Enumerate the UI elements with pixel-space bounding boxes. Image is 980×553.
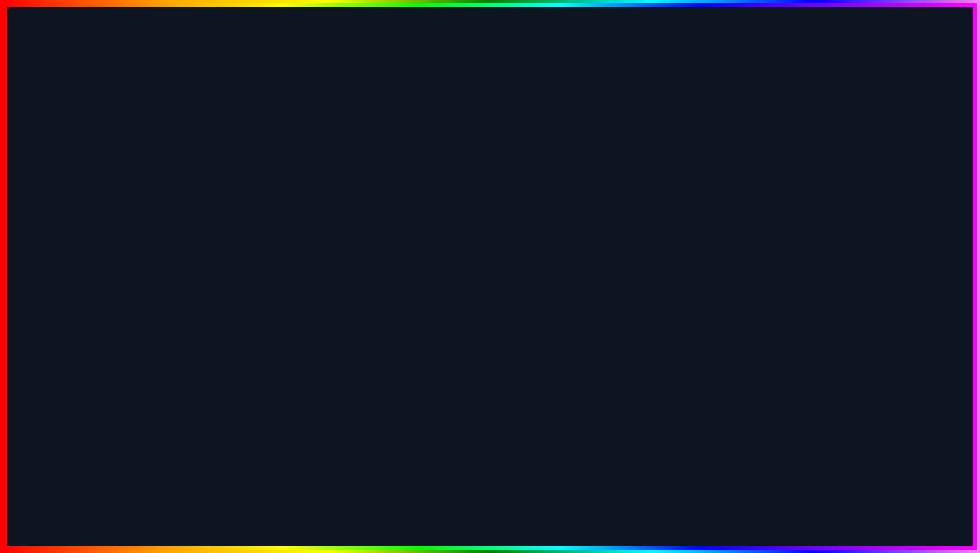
sidebar-label-teleport: Teleport (61, 197, 85, 205)
double-quest-row: Double Quest (103, 234, 324, 257)
right-sidebar-label-status: Status Server (657, 197, 697, 205)
type-mastery-row[interactable]: Type Mastery Farm Devil Fruit ∧ (706, 169, 910, 190)
player-aura-checkbox[interactable] (892, 289, 902, 299)
sidebar-label-upgrade: Upgrade Weapon (59, 215, 96, 230)
sidebar-label-raid: Raid (61, 303, 75, 310)
status-icon: ▦ (644, 197, 653, 205)
health-skill-label: % Health to send skill (714, 195, 902, 203)
sidebar-label-setting: Setting (61, 321, 82, 329)
item2-count: x1 (201, 273, 207, 280)
item2-name: Leviathan Heart (205, 313, 258, 321)
title-section: BLOX FRUITS (3, 13, 977, 79)
heart-icon: 💙 (217, 282, 247, 310)
item1-material-label: Material (114, 265, 137, 272)
weapon-type-label: Select Your Weapon Type (111, 196, 193, 204)
right-sidebar-main-farm[interactable]: 🏠 Main Farm (638, 210, 706, 228)
farm-selected-label: Farm Selected (111, 218, 157, 226)
username: Sky (67, 342, 78, 350)
sidebar-item-raid[interactable]: ⚔ Raid (42, 297, 103, 316)
double-quest-checkbox[interactable] (306, 240, 316, 250)
farm-selected-checkbox[interactable] (306, 217, 316, 227)
sidebar-item-upgrade-weapon[interactable]: ⬆ Upgrade Weapon (42, 210, 103, 235)
sidebar-item-teleport[interactable]: ⚡ Teleport (42, 192, 103, 210)
spam-skill-row[interactable]: Spam Skill Option Z ∧ (706, 248, 910, 268)
spam-skill-chevron: ∧ (897, 254, 902, 261)
farm-selected-row: Farm Selected (103, 211, 324, 234)
right-window-title: Hirimi Hub X (644, 156, 690, 164)
update-word: UPDATE (186, 494, 343, 534)
health-skill-input[interactable] (714, 206, 902, 219)
sidebar-item-shop[interactable]: 🛒 Shop (42, 261, 103, 279)
sidebar-item-webhook[interactable]: 🔗 Webhook (42, 279, 103, 297)
right-minimize-button[interactable]: — (877, 155, 889, 165)
type-mastery-value: Devil Fruit ∧ (864, 176, 902, 184)
player-aura-row: Player Aura (706, 283, 910, 305)
sidebar-item-setting[interactable]: ⚙ Setting (42, 316, 103, 334)
weapon-type-value: Melee ∧ (291, 197, 316, 204)
mastery-farm-row: Mastery Farm Option ✓ (706, 225, 910, 248)
right-sidebar-shop[interactable]: 🛒 Shop (638, 290, 706, 308)
right-sidebar-label-main: Main (657, 179, 671, 187)
raid-icon: ⚔ (48, 302, 57, 310)
right-sidebar-webhook[interactable]: 🔗 Webhook (638, 308, 706, 327)
item-card-leviathan-heart[interactable]: Material x1 💙 Leviathan Heart (197, 261, 268, 342)
left-sidebar: 🏠 Main Farm ⚡ Teleport ⬆ Upgrade Weapon … (42, 169, 103, 361)
sidebar-user: 😊 Sky (42, 334, 103, 357)
left-close-button[interactable]: ✕ (308, 155, 318, 165)
item1-count: x1 (114, 273, 120, 280)
setting-icon: ⚙ (48, 321, 57, 329)
left-window-body: 🏠 Main Farm ⚡ Teleport ⬆ Upgrade Weapon … (42, 169, 324, 361)
player-aura-label: Player Aura (714, 290, 751, 298)
right-content: Type Mastery Farm Devil Fruit ∧ % Health… (706, 169, 910, 354)
right-sidebar-upgrade[interactable]: ⬆ Upgrade Weapon (638, 247, 706, 272)
item-cards: Material x1 ⚓ Monster Magnet elected Mat… (103, 257, 324, 346)
choose-method-row[interactable]: Choose Method To Farm Level ∧ (103, 169, 324, 190)
v4-icon: ✦ (48, 244, 57, 252)
sidebar-label-v4: V4 Upgrade (61, 240, 96, 256)
mastery-farm-checkbox[interactable]: ✓ (892, 231, 902, 241)
left-window-controls: — ✕ (291, 155, 318, 165)
item-card-monster-magnet[interactable]: Material x1 ⚓ Monster Magnet (109, 261, 180, 342)
health-skill-row: % Health to send skill (706, 190, 910, 225)
left-content: Choose Method To Farm Level ∧ Select You… (103, 169, 324, 361)
upgrade-icon: ⬆ (48, 219, 55, 227)
webhook-icon: 🔗 (48, 284, 57, 292)
right-home-icon: 🏠 (644, 215, 653, 223)
right-teleport-icon: ⚡ (644, 233, 653, 241)
pastebin-word: PASTEBIN (600, 494, 794, 534)
main-circle-icon: ◯ (644, 179, 653, 187)
double-quest-label: Double Quest (111, 241, 155, 249)
update-number: 20 (366, 494, 410, 534)
main-title: BLOX FRUITS (3, 13, 977, 79)
sidebar-label-webhook: Webhook (61, 285, 89, 292)
right-webhook-icon: 🔗 (644, 314, 653, 322)
right-sidebar-label-farm: Main Farm (657, 216, 689, 223)
right-window-controls: — ✕ (877, 155, 904, 165)
right-sidebar-status[interactable]: ▦ Status Server (638, 192, 706, 210)
right-sidebar-v4[interactable]: ✦ V4 Upgrade (638, 272, 706, 290)
right-close-button[interactable]: ✕ (893, 155, 904, 165)
right-sidebar-teleport[interactable]: ⚡ Teleport (638, 228, 706, 247)
sidebar-item-v4-upgrade[interactable]: ✦ V4 Upgrade (42, 235, 103, 261)
right-window: Hirimi Hub X — ✕ ◯ Main ▦ Status Server … (637, 150, 911, 355)
bottom-text: UPDATE 20 SCRIPT PASTEBIN (3, 493, 977, 535)
right-user-avatar: 😊 (644, 331, 658, 345)
sidebar-label-main-farm: Main Farm (61, 179, 93, 187)
script-word: SCRIPT (433, 494, 576, 534)
bf-logo-inner: BL✕X FRUITS 💀 (901, 488, 957, 540)
weapon-type-row[interactable]: Select Your Weapon Type Melee ∧ (103, 190, 324, 211)
type-mastery-chevron: ∧ (897, 176, 902, 183)
player-arua-section-header: Player Arua (706, 268, 910, 283)
shop-icon: 🛒 (48, 266, 57, 274)
weapon-chevron-icon: ∧ (312, 197, 316, 204)
weapon-type-val: Melee (291, 197, 309, 204)
sidebar-item-main-farm[interactable]: 🏠 Main Farm (42, 174, 103, 192)
type-mastery-val: Devil Fruit (864, 176, 894, 184)
right-upgrade-icon: ⬆ (644, 255, 651, 263)
right-sidebar-user: 😊 Sky (638, 327, 706, 350)
right-sidebar-label-webhook: Webhook (657, 314, 685, 322)
right-v4-icon: ✦ (644, 277, 653, 285)
left-minimize-button[interactable]: — (291, 155, 304, 165)
choose-method-label: Choose Method To Farm (111, 176, 189, 184)
right-sidebar-main[interactable]: ◯ Main (638, 174, 706, 192)
